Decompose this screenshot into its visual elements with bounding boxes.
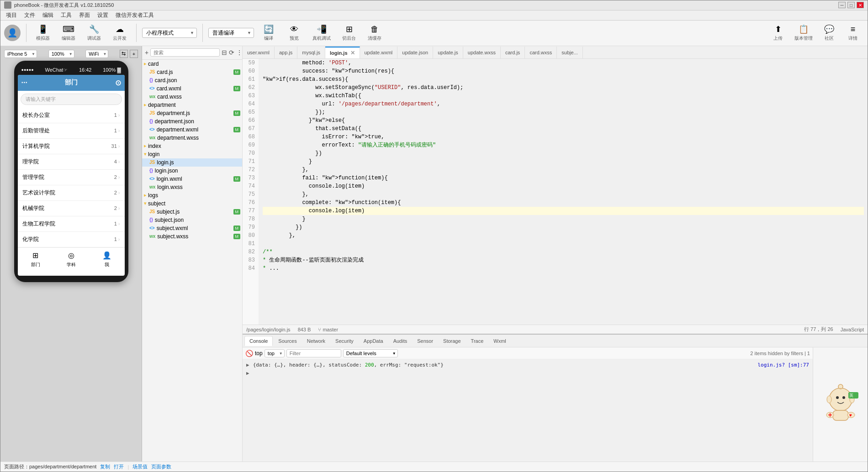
phone-list-item[interactable]: 计算机学院31 › xyxy=(18,139,125,154)
tree-item-subject[interactable]: ▾ subject xyxy=(142,199,242,208)
console-file-link[interactable]: login.js? [sm]:77 xyxy=(757,362,809,368)
editor-tab-update.wxss[interactable]: update.wxss xyxy=(463,47,501,58)
editor-tab-mysql.js[interactable]: mysql.js xyxy=(297,47,325,58)
scene-value-btn[interactable]: 场景值 xyxy=(132,463,148,470)
switch-backend-button[interactable]: ⊞ 切后台 xyxy=(338,22,360,43)
scale-select[interactable]: 100% xyxy=(48,50,74,58)
tree-item-login.wxml[interactable]: <> login.wxmlM xyxy=(142,175,242,183)
collapse-btn[interactable]: ⊟ xyxy=(222,48,227,57)
devtools-tab-trace[interactable]: Trace xyxy=(466,336,488,346)
editor-tab-card.wxss[interactable]: card.wxss xyxy=(525,47,557,58)
tree-item-index[interactable]: ▸ index xyxy=(142,142,242,150)
menu-tools[interactable]: 工具 xyxy=(57,10,75,20)
context-select[interactable]: top xyxy=(265,349,285,357)
more-btn[interactable]: ⋮ xyxy=(236,48,243,57)
code-content[interactable]: method: 'POST', success: "kw">function(r… xyxy=(259,59,868,325)
tree-item-subject.json[interactable]: {} subject.json xyxy=(142,216,242,224)
devtools-tab-network[interactable]: Network xyxy=(302,336,330,346)
version-manage-button[interactable]: 📋 版本管理 xyxy=(791,22,816,43)
clear-cache-button[interactable]: 🗑 清缓存 xyxy=(364,22,386,43)
compile-select[interactable]: 普通编译 xyxy=(208,28,254,38)
page-params-btn[interactable]: 页面参数 xyxy=(151,463,171,470)
tree-item-login.js[interactable]: JS login.js xyxy=(142,158,242,167)
console-prompt[interactable]: ▶ xyxy=(246,370,249,376)
open-path-btn[interactable]: 打开 xyxy=(114,463,124,470)
phone-list-item[interactable]: 理学院4 › xyxy=(18,154,125,170)
real-machine-button[interactable]: 📲 真机调试 xyxy=(309,22,334,43)
upload-button[interactable]: ⬆ 上传 xyxy=(767,22,789,43)
clear-console-btn[interactable]: 🚫 xyxy=(245,350,253,357)
menu-settings[interactable]: 设置 xyxy=(94,10,112,20)
community-button[interactable]: 💬 社区 xyxy=(818,22,840,43)
console-filter-input[interactable] xyxy=(286,349,341,357)
menu-edit[interactable]: 编辑 xyxy=(39,10,57,20)
tree-item-card[interactable]: ▸ card xyxy=(142,60,242,68)
menu-wechat-devtools[interactable]: 微信开发者工具 xyxy=(112,10,158,20)
minimize-button[interactable]: ─ xyxy=(838,2,846,8)
tree-item-login.wxss[interactable]: wx login.wxss xyxy=(142,183,242,191)
phone-list-item[interactable]: 管理学院2 › xyxy=(18,170,125,185)
devtools-tab-wxml[interactable]: Wxml xyxy=(489,336,511,346)
tree-item-login.json[interactable]: {} login.json xyxy=(142,167,242,175)
debugger-button[interactable]: 🔧 调试器 xyxy=(83,22,105,43)
editor-tab-app.js[interactable]: app.js xyxy=(275,47,297,58)
close-button[interactable]: ✕ xyxy=(857,2,864,8)
tree-item-card.json[interactable]: {} card.json xyxy=(142,76,242,84)
tree-item-department.js[interactable]: JS department.jsM xyxy=(142,109,242,117)
copy-path-btn[interactable]: 复制 xyxy=(100,463,110,470)
devtools-tab-storage[interactable]: Storage xyxy=(439,336,466,346)
menu-file[interactable]: 文件 xyxy=(21,10,39,20)
devtools-tab-sensor[interactable]: Sensor xyxy=(413,336,438,346)
editor-tab-update.wxml[interactable]: update.wxml xyxy=(360,47,398,58)
phone-camera-btn[interactable]: ⊙ xyxy=(115,79,121,87)
phone-list-item[interactable]: 艺术设计学院2 › xyxy=(18,185,125,201)
tree-item-subject.wxml[interactable]: <> subject.wxmlM xyxy=(142,224,242,232)
phone-back-btn[interactable]: ··· xyxy=(21,79,27,87)
phone-list-item[interactable]: 校长办公室1 › xyxy=(18,108,125,123)
phone-nav-dept[interactable]: ⊞ 部门 xyxy=(31,251,41,268)
tree-item-subject.js[interactable]: JS subject.jsM xyxy=(142,208,242,216)
phone-nav-subject[interactable]: ◎ 学科 xyxy=(66,251,76,268)
tree-item-subject.wxss[interactable]: wx subject.wxssM xyxy=(142,232,242,241)
devtools-tab-sources[interactable]: Sources xyxy=(274,336,301,346)
phone-nav-me[interactable]: 👤 我 xyxy=(102,251,112,268)
editor-button[interactable]: ⌨ 编辑器 xyxy=(58,22,79,43)
device-select[interactable]: iPhone 5 xyxy=(4,50,37,58)
expand-arrow[interactable]: ▶ xyxy=(246,362,249,368)
editor-tab-card.js[interactable]: card.js xyxy=(501,47,525,58)
phone-search-box[interactable]: 请输入关键字 xyxy=(21,94,122,105)
phone-list-item[interactable]: 机械学院2 › xyxy=(18,201,125,216)
tree-item-card.js[interactable]: JS card.jsM xyxy=(142,68,242,76)
network-select[interactable]: WiFi xyxy=(85,50,108,58)
editor-tab-update.js[interactable]: update.js xyxy=(433,47,463,58)
mode-select[interactable]: 小程序模式 xyxy=(142,28,197,38)
menu-interface[interactable]: 界面 xyxy=(75,10,94,20)
tree-item-department.wxss[interactable]: wx department.wxss xyxy=(142,134,242,142)
phone-rotate-btn[interactable]: ⇆ xyxy=(120,50,128,58)
editor-tab-login.js[interactable]: login.js✕ xyxy=(325,47,360,58)
tree-item-login[interactable]: ▾ login xyxy=(142,150,242,158)
details-button[interactable]: ≡ 详情 xyxy=(842,22,864,43)
phone-list-item[interactable]: 生物工程学院1 › xyxy=(18,216,125,232)
menu-project[interactable]: 项目 xyxy=(2,10,21,20)
tree-item-department.json[interactable]: {} department.json xyxy=(142,117,242,126)
add-file-btn[interactable]: + xyxy=(145,48,148,57)
devtools-tab-appdata[interactable]: AppData xyxy=(359,336,388,346)
tree-item-logs[interactable]: ▸ logs xyxy=(142,191,242,199)
tree-item-department.wxml[interactable]: <> department.wxmlM xyxy=(142,126,242,134)
editor-tab-user.wxml[interactable]: user.wxml xyxy=(243,47,275,58)
tree-item-department[interactable]: ▸ department xyxy=(142,101,242,109)
phone-zoom-btn[interactable]: + xyxy=(130,50,138,58)
devtools-tab-console[interactable]: Console xyxy=(244,336,273,346)
devtools-tab-security[interactable]: Security xyxy=(331,336,358,346)
close-tab-btn[interactable]: ✕ xyxy=(350,50,355,56)
phone-list-item[interactable]: 化学院1 › xyxy=(18,232,125,247)
phone-list-item[interactable]: 后勤管理处1 › xyxy=(18,123,125,139)
compile-button[interactable]: 🔄 编译 xyxy=(258,22,280,43)
simulator-button[interactable]: 📱 模拟器 xyxy=(32,22,54,43)
tree-item-card.wxml[interactable]: <> card.wxmlM xyxy=(142,84,242,93)
editor-tab-subje...[interactable]: subje... xyxy=(557,47,582,58)
tree-item-card.wxss[interactable]: wx card.wxss xyxy=(142,93,242,101)
refresh-btn[interactable]: ⟳ xyxy=(229,48,234,57)
levels-select[interactable]: Default levels xyxy=(343,349,398,357)
